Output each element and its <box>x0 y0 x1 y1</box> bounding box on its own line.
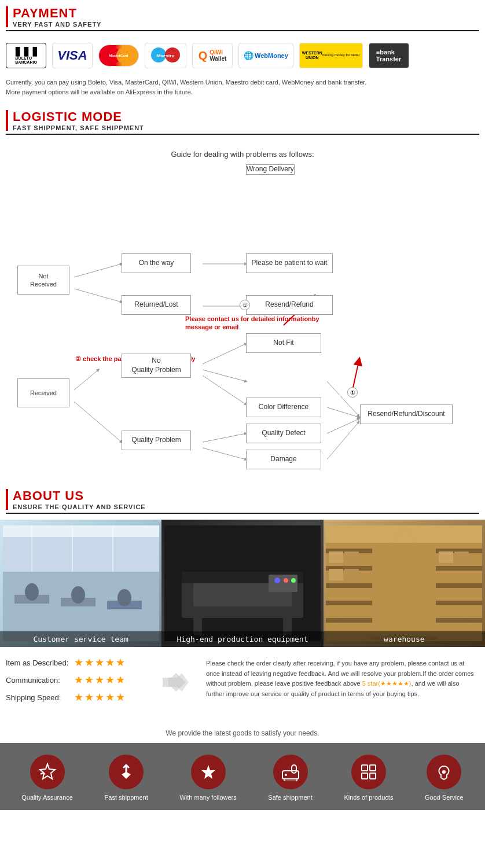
payment-note: Currently, you can pay using Boleto, Vis… <box>0 74 485 104</box>
svg-rect-53 <box>329 551 343 563</box>
logistic-subtitle: FAST SHIPPMENT, SAFE SHIPPMENT <box>13 124 144 131</box>
about-divider <box>6 513 479 514</box>
svg-line-5 <box>74 402 122 442</box>
icon-block-followers: With many followers <box>179 755 236 801</box>
bank-transfer-logo: ≡bankTransfer <box>369 43 409 68</box>
svg-line-9 <box>203 433 246 442</box>
service-icon-label: Good Service <box>425 794 464 801</box>
logistic-section: LOGISTIC MODE FAST SHIPPMENT, SAFE SHIPP… <box>0 104 485 471</box>
kinds-icon-label: Kinds of products <box>344 794 393 801</box>
photos-row: Customer service team <box>0 520 485 647</box>
payment-title: PAYMENT <box>13 6 101 21</box>
quality-icon-circle <box>30 755 65 789</box>
maestro-logo: Maestro <box>145 43 186 68</box>
fc-received: Received <box>17 378 69 407</box>
western-union-logo: WESTERNUNIONmoving money for better <box>299 43 363 68</box>
fc-quality-defect: Quality Defect <box>246 424 321 443</box>
svg-rect-55 <box>329 569 343 580</box>
svg-line-1 <box>74 289 122 302</box>
svg-rect-56 <box>344 569 359 580</box>
svg-rect-52 <box>436 618 482 623</box>
about-header-text: ABOUT US ENSURE THE QUALITY AND SERVICE <box>13 488 146 510</box>
machine-photo-block: High-end production equipment <box>161 520 323 647</box>
mastercard-logo: MasterCard <box>98 45 139 67</box>
svg-line-8 <box>203 376 246 404</box>
payment-divider <box>6 30 479 31</box>
svg-point-61 <box>285 774 287 776</box>
svg-line-11 <box>327 381 359 416</box>
machine-photo <box>161 520 323 647</box>
payment-subtitle: VERY FAST AND SAFETY <box>13 21 101 28</box>
payment-logos-row: ▐▌▐▌▐▌ BOLETOBANCÁRIO VISA MasterCard Ma… <box>0 37 485 74</box>
fc-on-the-way: On the way <box>122 253 191 273</box>
office-photo-block: Customer service team <box>0 520 161 647</box>
rating-label-communication: Communication: <box>6 676 69 685</box>
about-subtitle: ENSURE THE QUALITY AND SERVICE <box>13 503 146 510</box>
fc-color-difference: Color Difference <box>246 398 321 417</box>
stars-shipping: ★★★★★ <box>74 691 126 704</box>
warehouse-photo-label: warehouse <box>324 631 485 647</box>
svg-rect-40 <box>326 525 482 543</box>
svg-line-14 <box>327 422 359 459</box>
webmoney-logo: 🌐 WebMoney <box>238 43 293 68</box>
kinds-icon-circle <box>351 755 386 789</box>
accent-bar <box>6 6 8 27</box>
fc-contact-note: Please contact us for detailed informati… <box>185 315 341 332</box>
fc-resend-refund-top: Resend/Refund <box>246 295 333 315</box>
highlight-stars: 5 star(★★★★★) <box>362 680 411 687</box>
svg-rect-66 <box>370 773 376 779</box>
svg-point-35 <box>284 578 288 583</box>
rating-label-described: Item as Described: <box>6 659 69 667</box>
qiwi-logo: Q QIWIWallet <box>192 43 233 68</box>
payment-header-text: PAYMENT VERY FAST AND SAFETY <box>13 6 101 28</box>
rating-item-communication: Communication: ★★★★★ <box>6 674 142 686</box>
bottom-icons-row: Quality Assurance Fast shippment With ma… <box>0 743 485 810</box>
svg-rect-65 <box>362 773 368 779</box>
warehouse-photo <box>324 520 485 647</box>
icon-block-safe: Safe shippment <box>268 755 312 801</box>
svg-rect-64 <box>370 765 376 771</box>
followers-icon-circle <box>191 755 226 789</box>
svg-line-4 <box>74 370 98 390</box>
logistic-accent-bar <box>6 110 8 131</box>
icon-block-fast: Fast shippment <box>105 755 148 801</box>
stars-communication: ★★★★★ <box>74 674 126 686</box>
svg-line-0 <box>74 264 122 277</box>
fc-returned-lost: Returned/Lost <box>122 295 191 315</box>
logistic-header: LOGISTIC MODE FAST SHIPPMENT, SAFE SHIPP… <box>0 104 485 134</box>
fc-quality-problem: Quality Problem <box>122 431 191 450</box>
fc-circle-1-bottom: ① <box>347 387 358 398</box>
svg-rect-47 <box>326 618 372 623</box>
ratings-row: Item as Described: ★★★★★ Communication: … <box>0 647 485 718</box>
about-header: ABOUT US ENSURE THE QUALITY AND SERVICE <box>0 483 485 513</box>
guide-title: Guide for dealing with problems as follo… <box>0 141 485 164</box>
svg-rect-50 <box>436 583 482 588</box>
svg-point-28 <box>117 589 131 606</box>
fc-no-quality: NoQuality Problem <box>122 354 191 378</box>
payment-header: PAYMENT VERY FAST AND SAFETY <box>0 0 485 30</box>
about-accent-bar <box>6 489 8 510</box>
logistic-header-text: LOGISTIC MODE FAST SHIPPMENT, SAFE SHIPP… <box>13 109 144 131</box>
ratings-left: Item as Described: ★★★★★ Communication: … <box>6 656 142 708</box>
logistic-title: LOGISTIC MODE <box>13 109 144 124</box>
machine-photo-label: High-end production equipment <box>161 631 323 647</box>
rating-item-described: Item as Described: ★★★★★ <box>6 656 142 669</box>
svg-rect-57 <box>439 551 453 563</box>
svg-rect-63 <box>362 765 368 771</box>
svg-line-7 <box>203 370 246 381</box>
provide-text: We provide the latest goods to satisfy y… <box>0 718 485 743</box>
fast-icon-circle <box>109 755 144 789</box>
visa-logo: VISA <box>52 43 93 68</box>
about-title: ABOUT US <box>13 488 146 503</box>
stars-described: ★★★★★ <box>74 656 126 669</box>
safe-icon-label: Safe shippment <box>268 794 312 801</box>
svg-line-6 <box>203 344 246 364</box>
svg-point-67 <box>442 770 446 774</box>
fc-damage: Damage <box>246 450 321 469</box>
office-photo-label: Customer service team <box>0 631 161 647</box>
fc-circle-1-top: ① <box>240 300 250 310</box>
svg-rect-46 <box>326 601 372 605</box>
boleto-logo: ▐▌▐▌▐▌ BOLETOBANCÁRIO <box>6 43 46 68</box>
fc-wrong-delivery: Wrong Delivery <box>246 164 295 175</box>
svg-rect-62 <box>292 765 296 773</box>
